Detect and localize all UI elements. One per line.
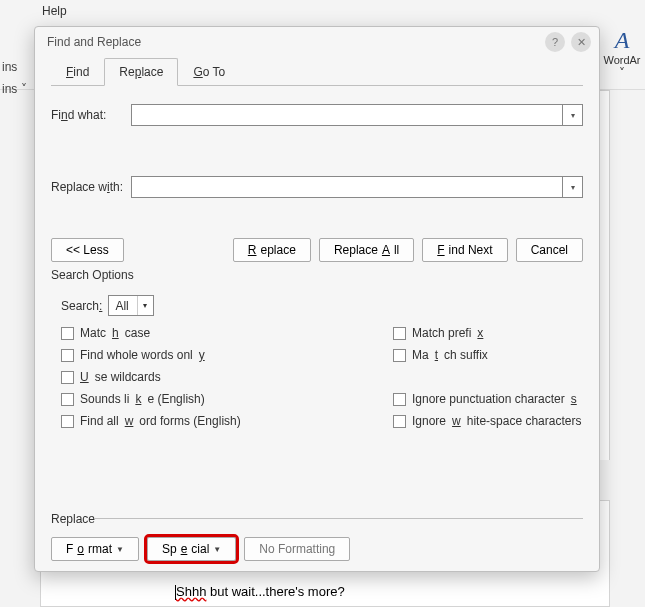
triangle-down-icon: ▼ bbox=[213, 545, 221, 554]
search-direction-label: Search: bbox=[61, 299, 102, 313]
find-what-label: Find what: bbox=[51, 108, 131, 122]
sounds-like-checkbox[interactable]: Sounds like (English) bbox=[61, 392, 383, 406]
match-prefix-checkbox[interactable]: Match prefix bbox=[393, 326, 583, 340]
match-case-checkbox[interactable]: Match case bbox=[61, 326, 383, 340]
dialog-title: Find and Replace bbox=[47, 35, 141, 49]
replace-with-dropdown[interactable]: ▾ bbox=[563, 176, 583, 198]
tab-goto[interactable]: Go To bbox=[178, 58, 240, 86]
replace-all-button[interactable]: Replace All bbox=[319, 238, 414, 262]
document-text[interactable]: Shhh but wait...there's more? bbox=[175, 584, 345, 600]
find-what-input[interactable] bbox=[131, 104, 563, 126]
dialog-title-bar[interactable]: Find and Replace ? ✕ bbox=[35, 27, 599, 57]
ribbon-left-partial: ins ins ˅ bbox=[0, 56, 29, 100]
chevron-down-icon: ▾ bbox=[137, 296, 153, 315]
whole-words-checkbox[interactable]: Find whole words only bbox=[61, 348, 383, 362]
wildcards-checkbox[interactable]: Use wildcards bbox=[61, 370, 383, 384]
help-icon[interactable]: ? bbox=[545, 32, 565, 52]
triangle-down-icon: ▼ bbox=[116, 545, 124, 554]
replace-with-input[interactable] bbox=[131, 176, 563, 198]
tab-replace[interactable]: Replace bbox=[104, 58, 178, 86]
dialog-tabs: Find Replace Go To bbox=[35, 57, 599, 85]
misspelled-word: Shhh bbox=[176, 584, 206, 599]
replace-button[interactable]: Replace bbox=[233, 238, 311, 262]
less-button[interactable]: << Less bbox=[51, 238, 124, 262]
ignore-punct-checkbox[interactable]: Ignore punctuation characters bbox=[393, 392, 583, 406]
find-what-dropdown[interactable]: ▾ bbox=[563, 104, 583, 126]
match-suffix-checkbox[interactable]: Match suffix bbox=[393, 348, 583, 362]
format-button[interactable]: Format▼ bbox=[51, 537, 139, 561]
special-button[interactable]: Special▼ bbox=[147, 537, 236, 561]
wordart-button[interactable]: A WordAr ˅ bbox=[602, 28, 642, 80]
word-forms-checkbox[interactable]: Find all word forms (English) bbox=[61, 414, 383, 428]
help-menu[interactable]: Help bbox=[42, 4, 67, 18]
replace-with-label: Replace with: bbox=[51, 180, 131, 194]
wordart-dropdown-icon: ˅ bbox=[602, 66, 642, 80]
cancel-button[interactable]: Cancel bbox=[516, 238, 583, 262]
wordart-label: WordAr bbox=[602, 54, 642, 66]
search-options-legend: Search Options bbox=[51, 268, 583, 282]
search-direction-select[interactable]: All ▾ bbox=[108, 295, 153, 316]
no-formatting-button[interactable]: No Formatting bbox=[244, 537, 350, 561]
ignore-whitespace-checkbox[interactable]: Ignore white-space characters bbox=[393, 414, 583, 428]
find-next-button[interactable]: Find Next bbox=[422, 238, 507, 262]
close-icon[interactable]: ✕ bbox=[571, 32, 591, 52]
tab-find[interactable]: Find bbox=[51, 58, 104, 86]
wordart-icon: A bbox=[602, 28, 642, 52]
find-replace-dialog: Find and Replace ? ✕ Find Replace Go To … bbox=[34, 26, 600, 572]
replace-section-legend: Replace bbox=[51, 512, 583, 526]
